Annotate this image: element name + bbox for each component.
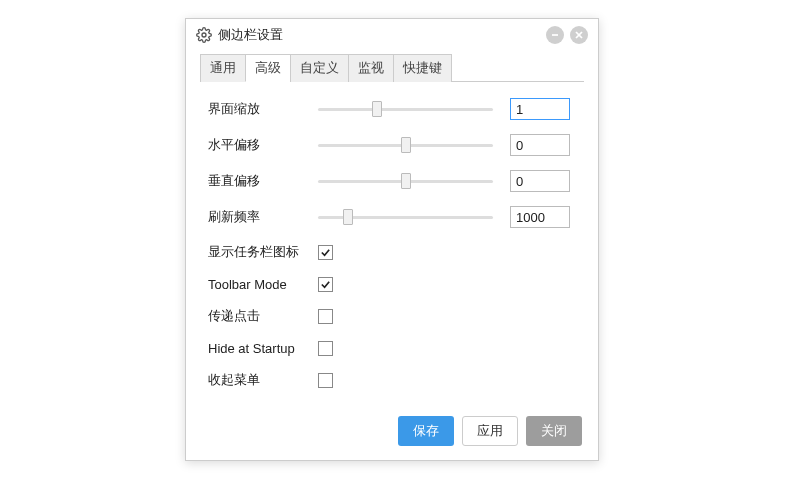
- slider-label: 垂直偏移: [208, 172, 318, 190]
- tabs: 通用高级自定义监视快捷键: [200, 53, 584, 82]
- slider[interactable]: [318, 172, 493, 190]
- checkbox-label: 传递点击: [208, 307, 318, 325]
- checkbox-label: 显示任务栏图标: [208, 243, 318, 261]
- checkbox-row-4: 收起菜单: [208, 370, 580, 390]
- slider-value-input[interactable]: [510, 98, 570, 120]
- close-button[interactable]: [570, 26, 588, 44]
- checkbox[interactable]: [318, 309, 333, 324]
- checkbox-row-2: 传递点击: [208, 306, 580, 326]
- cancel-button[interactable]: 关闭: [526, 416, 582, 446]
- dialog-footer: 保存 应用 关闭: [200, 416, 584, 446]
- slider[interactable]: [318, 208, 493, 226]
- slider-row-0: 界面缩放: [208, 98, 580, 120]
- settings-window: 侧边栏设置 通用高级自定义监视快捷键 界面缩放水平偏移垂直偏移刷新频率 显示任务…: [185, 18, 599, 461]
- slider-label: 刷新频率: [208, 208, 318, 226]
- tab-panel-advanced: 界面缩放水平偏移垂直偏移刷新频率 显示任务栏图标Toolbar Mode传递点击…: [200, 82, 584, 404]
- titlebar: 侧边栏设置: [186, 19, 598, 49]
- checkbox-label: 收起菜单: [208, 371, 318, 389]
- tab-0[interactable]: 通用: [200, 54, 246, 82]
- tab-4[interactable]: 快捷键: [393, 54, 452, 82]
- slider-row-1: 水平偏移: [208, 134, 580, 156]
- window-title: 侧边栏设置: [218, 26, 540, 44]
- svg-point-0: [202, 33, 206, 37]
- checkbox-row-3: Hide at Startup: [208, 338, 580, 358]
- apply-button[interactable]: 应用: [462, 416, 518, 446]
- slider-label: 水平偏移: [208, 136, 318, 154]
- slider-value-input[interactable]: [510, 206, 570, 228]
- tab-1[interactable]: 高级: [245, 54, 291, 82]
- checkbox-label: Toolbar Mode: [208, 277, 318, 292]
- slider-value-input[interactable]: [510, 134, 570, 156]
- checkbox-label: Hide at Startup: [208, 341, 318, 356]
- checkbox[interactable]: [318, 373, 333, 388]
- checkbox[interactable]: [318, 341, 333, 356]
- slider-value-input[interactable]: [510, 170, 570, 192]
- tab-3[interactable]: 监视: [348, 54, 394, 82]
- minimize-button[interactable]: [546, 26, 564, 44]
- checkbox-row-0: 显示任务栏图标: [208, 242, 580, 262]
- slider[interactable]: [318, 100, 493, 118]
- slider-row-3: 刷新频率: [208, 206, 580, 228]
- slider-row-2: 垂直偏移: [208, 170, 580, 192]
- checkbox[interactable]: [318, 245, 333, 260]
- slider-label: 界面缩放: [208, 100, 318, 118]
- checkbox-row-1: Toolbar Mode: [208, 274, 580, 294]
- checkbox[interactable]: [318, 277, 333, 292]
- save-button[interactable]: 保存: [398, 416, 454, 446]
- gear-icon: [196, 27, 212, 43]
- tab-2[interactable]: 自定义: [290, 54, 349, 82]
- slider[interactable]: [318, 136, 493, 154]
